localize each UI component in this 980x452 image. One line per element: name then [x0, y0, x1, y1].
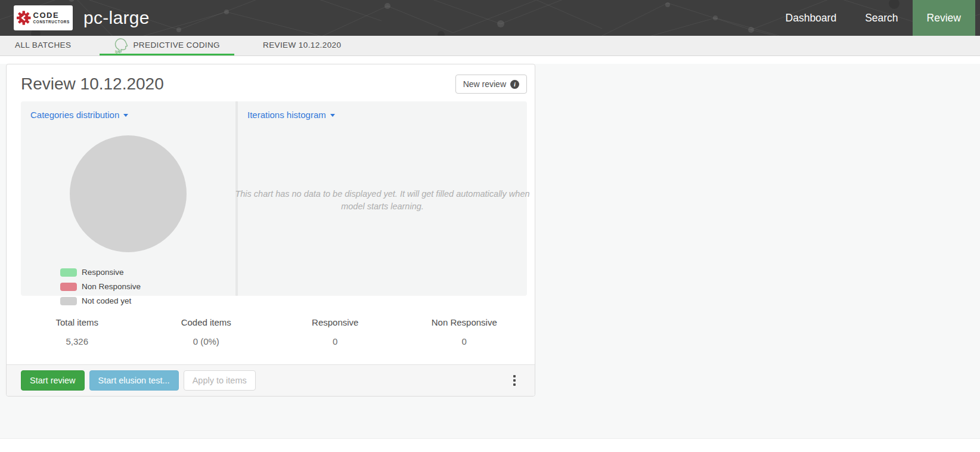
batch-tab-bar: ALL BATCHES ipc PREDICTIVE CODING REVIEW… — [0, 36, 980, 56]
stat-coded-items: Coded items 0 (0%) — [142, 317, 271, 346]
stat-label: Responsive — [271, 317, 400, 327]
stat-label: Coded items — [142, 317, 271, 327]
legend-label-responsive: Responsive — [82, 268, 124, 277]
start-elusion-test-button[interactable]: Start elusion test... — [89, 370, 179, 391]
categories-distribution-panel: Categories distribution Responsive Non R… — [21, 101, 235, 296]
legend-item-non-responsive[interactable]: Non Responsive — [60, 282, 141, 291]
tab-predictive-coding-label: PREDICTIVE CODING — [133, 41, 220, 49]
predictive-coding-head-icon: ipc — [114, 38, 129, 54]
tab-review-label: REVIEW 10.12.2020 — [263, 41, 341, 49]
stat-value: 0 — [271, 336, 400, 346]
legend-swatch-responsive — [60, 268, 77, 277]
app-header: CODE CONSTRUCTORS pc-large Dashboard Sea… — [0, 0, 980, 36]
iterations-histogram-dropdown[interactable]: Iterations histogram — [247, 110, 335, 120]
iterations-histogram-panel: Iterations histogram This chart has no d… — [238, 101, 527, 296]
iterations-histogram-title: Iterations histogram — [247, 110, 326, 120]
legend-swatch-non-responsive — [60, 283, 77, 291]
page-title: Review 10.12.2020 — [21, 75, 164, 94]
new-review-button[interactable]: New review i — [455, 75, 527, 94]
categories-distribution-dropdown[interactable]: Categories distribution — [30, 110, 128, 120]
legend-label-non-responsive: Non Responsive — [82, 282, 141, 291]
kebab-menu-icon[interactable] — [510, 373, 519, 388]
legend-label-not-coded-yet: Not coded yet — [82, 296, 131, 305]
stat-total-items: Total items 5,326 — [13, 317, 142, 346]
stats-row: Total items 5,326 Coded items 0 (0%) Res… — [7, 296, 535, 364]
apply-to-items-button: Apply to items — [184, 370, 256, 391]
legend-item-responsive[interactable]: Responsive — [60, 268, 124, 277]
nav-search[interactable]: Search — [851, 0, 912, 36]
logo-gear-icon — [17, 9, 31, 27]
caret-down-icon — [330, 114, 335, 117]
stat-value: 0 — [400, 336, 529, 346]
logo-text-line1: CODE — [33, 11, 70, 19]
tab-all-batches[interactable]: ALL BATCHES — [14, 36, 72, 55]
histogram-empty-message: This chart has no data to be displayed y… — [234, 188, 532, 213]
main-content-area: Review 10.12.2020 New review i Categorie… — [0, 64, 980, 439]
stat-label: Non Responsive — [400, 317, 529, 327]
review-card-header: Review 10.12.2020 New review i — [7, 64, 535, 101]
charts-row: Categories distribution Responsive Non R… — [21, 101, 527, 296]
stat-value: 5,326 — [13, 336, 142, 346]
review-card: Review 10.12.2020 New review i Categorie… — [6, 64, 535, 397]
caret-down-icon — [123, 114, 128, 117]
stat-label: Total items — [13, 317, 142, 327]
pie-legend: Responsive Non Responsive Not coded yet — [60, 268, 209, 305]
tab-review-10-12-2020[interactable]: REVIEW 10.12.2020 — [262, 36, 342, 55]
top-nav: Dashboard Search Review — [771, 0, 975, 36]
card-footer: Start review Start elusion test... Apply… — [7, 364, 535, 396]
page-bottom-strip — [0, 439, 980, 452]
logo-text-line2: CONSTRUCTORS — [33, 20, 70, 24]
tab-all-batches-label: ALL BATCHES — [15, 41, 71, 49]
stat-value: 0 (0%) — [142, 336, 271, 346]
categories-distribution-title: Categories distribution — [30, 110, 119, 120]
start-review-button[interactable]: Start review — [21, 370, 85, 391]
categories-pie-chart — [70, 135, 187, 252]
stat-responsive: Responsive 0 — [271, 317, 400, 346]
project-title: pc-large — [83, 8, 150, 28]
nav-review[interactable]: Review — [913, 0, 975, 36]
tab-predictive-coding[interactable]: ipc PREDICTIVE CODING — [100, 36, 234, 55]
new-review-label: New review — [463, 79, 506, 89]
app-logo[interactable]: CODE CONSTRUCTORS — [14, 5, 73, 30]
info-icon: i — [510, 80, 519, 89]
stat-non-responsive: Non Responsive 0 — [400, 317, 529, 346]
nav-dashboard[interactable]: Dashboard — [771, 0, 851, 36]
legend-item-not-coded-yet[interactable]: Not coded yet — [60, 296, 131, 305]
svg-text:ipc: ipc — [115, 49, 121, 54]
legend-swatch-not-coded-yet — [60, 297, 77, 305]
